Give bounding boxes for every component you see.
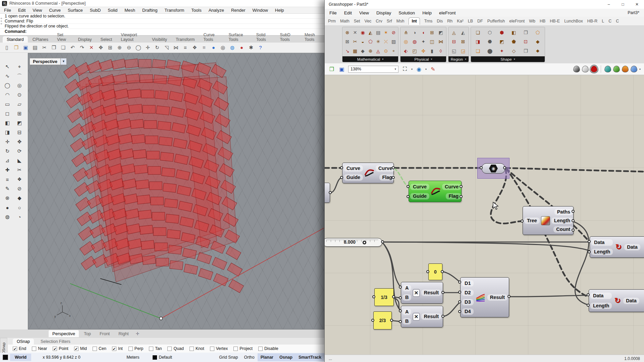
port[interactable] [572,210,575,213]
toolbar-tab[interactable]: Display [74,36,96,43]
component-tab[interactable]: eleFront [509,19,525,23]
input-d3[interactable]: D3 [462,299,474,305]
chevron-down-icon[interactable]: ▾ [639,68,641,71]
component-icon[interactable]: ⊙ [382,47,389,55]
toolbar-icon[interactable]: ❖ [191,43,199,52]
port[interactable] [372,295,375,298]
data-panel-one-third[interactable]: 1/3 [374,288,394,306]
component-icon[interactable]: ⋈ [437,38,444,45]
status-toggle[interactable]: Grid Snap [216,353,241,361]
component-tab[interactable]: Msh [396,19,405,23]
osnap-checkbox[interactable]: Knot [190,346,204,351]
toolbar-tab[interactable]: SubD Tools [276,32,300,43]
osnap-checkbox[interactable]: Disable [258,346,278,351]
checkbox-icon[interactable] [13,347,17,351]
sidebar-tool-icon[interactable]: ✂ [15,166,24,174]
port[interactable] [458,300,461,303]
rhino-menu-item[interactable]: Render [231,8,246,13]
grasshopper-menu-item[interactable]: eleFront [439,10,456,15]
component-tab[interactable]: Int [409,17,420,25]
input-a[interactable]: A [402,285,411,291]
component-tab[interactable]: Prm [328,19,336,23]
save-file-icon[interactable]: ▣ [338,65,345,73]
port[interactable] [426,270,429,273]
osnap-checkbox[interactable]: Perp [128,346,143,351]
checkbox-icon[interactable] [149,347,153,351]
port[interactable] [588,240,591,243]
rhino-menu-item[interactable]: Edit [18,8,25,13]
port[interactable] [441,291,444,294]
component-icon[interactable]: ◰ [411,47,418,55]
component-icon[interactable]: ⊞ [429,29,436,36]
component-icon[interactable]: ⬣ [486,38,493,45]
green-gem-icon[interactable] [613,66,620,72]
output-data[interactable]: Data [624,244,640,250]
component-icon[interactable]: ⬥ [534,47,541,55]
toolbar-icon[interactable]: ↻ [153,43,161,52]
port[interactable] [458,291,461,294]
toolbar-icon[interactable]: ? [256,43,265,52]
toolbar-icon[interactable]: ✂ [40,43,49,52]
grasshopper-menu-item[interactable]: Help [422,10,432,15]
port[interactable] [399,309,402,312]
component-icon[interactable]: ⊘ [390,29,397,36]
rhino-menu-item[interactable]: Tools [191,8,201,13]
rhino-menu-item[interactable]: Mesh [124,8,135,13]
port[interactable] [340,166,343,169]
chevron-down-icon[interactable]: ▾ [411,68,413,71]
component-tab[interactable]: Wb [529,19,535,23]
component-tab[interactable]: C [616,19,619,23]
component-tab[interactable]: Dis [437,19,443,23]
input-curve[interactable]: Curve [410,184,429,190]
component-tab[interactable]: Trns [424,19,433,23]
input-b[interactable]: B [402,318,411,324]
port[interactable] [392,166,395,169]
port[interactable] [507,295,511,298]
panel-label-shape[interactable]: Shape▾ [471,56,545,62]
sidebar-tool-icon[interactable]: ⌒ [15,72,24,80]
toolbar-icon[interactable]: ▣ [21,43,30,52]
component-icon[interactable]: ▨ [390,38,397,45]
component-icon[interactable]: ❒ [522,47,529,55]
sidebar-tool-icon[interactable]: ∿ [3,72,12,80]
sidebar-tool-icon[interactable]: ◆ [15,194,24,202]
component-icon[interactable]: ◖ [420,29,427,36]
checkbox-icon[interactable] [32,347,36,351]
sidebar-tool-icon[interactable]: ✛ [3,137,12,146]
toolbar-tab[interactable]: Select [97,36,116,43]
component-icon[interactable]: ⬟ [510,38,517,45]
layer-name[interactable]: Default [159,355,172,360]
input-d1[interactable]: D1 [462,280,474,287]
component-icon[interactable]: ⬡ [486,29,493,36]
shaded-display-icon[interactable] [591,66,597,72]
zoom-extents-icon[interactable]: ⛶ [401,65,409,73]
component-icon[interactable]: ⋔ [402,29,410,36]
viewport-tab[interactable]: Perspective [49,330,79,337]
viewport-tab[interactable]: Front [96,330,113,337]
grasshopper-menu-item[interactable]: View [359,10,369,15]
input-d2[interactable]: D2 [462,290,474,296]
toolbar-icon[interactable]: ⊖ [125,43,133,52]
component-icon[interactable]: ⊟ [450,38,458,45]
toolbar-tab[interactable]: Surface Tools [224,32,251,43]
component-tab[interactable]: Vec [364,19,371,23]
panel-label-mathematical[interactable]: Mathematical▾ [342,56,398,62]
sidebar-tool-icon[interactable]: ↻ [3,147,12,156]
grasshopper-menu-item[interactable]: Display [376,10,391,15]
component-icon[interactable]: ⊠ [344,38,351,45]
component-icon[interactable]: ◎ [402,38,410,45]
port[interactable] [390,319,393,322]
grasshopper-menu-item[interactable]: Edit [344,10,352,15]
sidebar-tool-icon[interactable]: ✚ [3,166,12,174]
sidebar-tool-icon[interactable]: ↖ [3,62,12,71]
rhino-menu-item[interactable]: Solid [108,8,117,13]
sidebar-tool-icon[interactable]: ⊟ [15,128,24,137]
component-icon[interactable]: ⊠ [460,38,467,45]
viewport-dropdown-icon[interactable]: ▼ [61,58,67,65]
component-icon[interactable]: ◭ [460,29,467,36]
chevron-down-icon[interactable]: ▾ [425,68,427,71]
output-length[interactable]: Length [551,218,573,224]
toolbar-icon[interactable]: ◍ [228,43,236,52]
toolbar-tab[interactable]: Solid Tools [252,32,275,43]
input-data[interactable]: Data [590,293,612,299]
